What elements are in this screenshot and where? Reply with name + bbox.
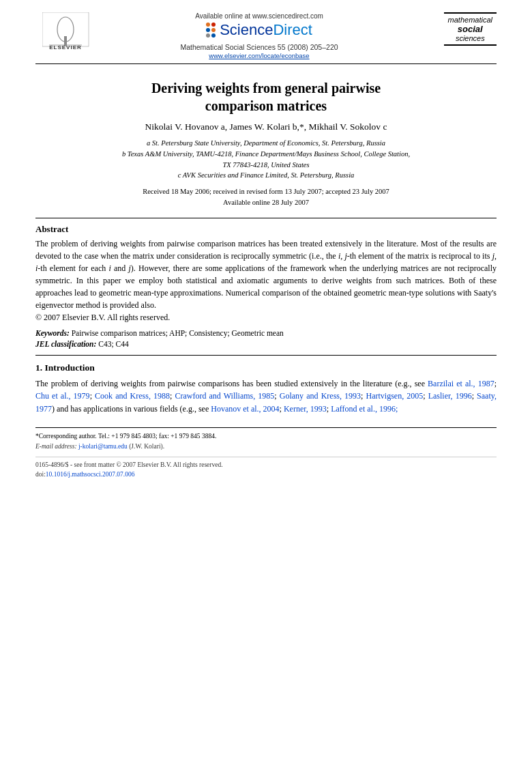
header-right: mathematical social sciences <box>422 12 497 46</box>
svg-text:ELSEVIER: ELSEVIER <box>49 44 82 50</box>
authors: Nikolai V. Hovanov a, James W. Kolari b,… <box>35 121 497 132</box>
ref-crawford[interactable]: Crawford and Williams, 1985 <box>175 391 274 401</box>
header: ELSEVIER Available online at www.science… <box>35 12 497 59</box>
affiliations: a St. Petersburg State University, Depar… <box>35 138 497 181</box>
dot2 <box>211 23 216 27</box>
journal-title: Mathematical Social Sciences 55 (2008) 2… <box>180 43 338 51</box>
affiliation-b: b Texas A&M University, TAMU-4218, Finan… <box>35 149 497 171</box>
mss-line1: mathematical <box>448 16 492 24</box>
header-center: Available online at www.sciencedirect.co… <box>97 12 422 59</box>
keywords-line: Keywords: Pairwise comparison matrices; … <box>35 329 497 337</box>
abstract-title: Abstract <box>35 224 497 235</box>
header-divider <box>35 63 497 64</box>
mss-line3: sciences <box>448 34 492 42</box>
intro-paragraph-1: The problem of deriving weights from pai… <box>35 377 497 416</box>
page: ELSEVIER Available online at www.science… <box>0 0 532 774</box>
footer-email-line: E-mail address: j-kolari@tamu.edu (J.W. … <box>35 442 497 451</box>
ref-laslier[interactable]: Laslier, 1996 <box>428 391 472 401</box>
abstract-text: The problem of deriving weights from pai… <box>35 239 497 310</box>
ref-cook[interactable]: Cook and Kress, 1988 <box>95 391 170 401</box>
mss-line2: social <box>448 24 492 34</box>
abstract-divider-top <box>35 218 497 218</box>
elsevier-logo-img: ELSEVIER <box>42 12 90 50</box>
keywords-label: Keywords: <box>35 329 70 337</box>
article-title: Deriving weights from general pairwiseco… <box>35 79 497 115</box>
dot4 <box>211 28 216 32</box>
abstract-section: Abstract The problem of deriving weights… <box>35 224 497 348</box>
jel-text: C43; C44 <box>98 340 128 348</box>
doi-link[interactable]: 10.1016/j.mathsocsci.2007.07.006 <box>46 471 135 478</box>
mss-box: mathematical social sciences <box>444 12 497 46</box>
corresponding-note: *Corresponding author. Tel.: +1 979 845 … <box>35 433 216 440</box>
authors-text: Nikolai V. Hovanov a, James W. Kolari b,… <box>145 121 387 132</box>
sd-dots <box>206 23 216 38</box>
email-name: (J.W. Kolari). <box>129 443 164 450</box>
footer-corresponding: *Corresponding author. Tel.: +1 979 845 … <box>35 431 497 441</box>
ref-hovanov[interactable]: Hovanov et al., 2004 <box>211 404 279 414</box>
jel-label: JEL classification: <box>35 340 96 348</box>
dot3 <box>206 28 210 32</box>
email-label: E-mail address: <box>35 443 77 450</box>
dot5 <box>206 33 210 38</box>
copyright-text: © 2007 Elsevier B.V. All rights reserved… <box>35 313 170 322</box>
jel-line: JEL classification: C43; C44 <box>35 340 497 348</box>
sciencedirect-name: ScienceDirect <box>220 21 312 39</box>
received-text: Received 18 May 2006; received in revise… <box>35 186 497 197</box>
intro-section: 1. Introduction The problem of deriving … <box>35 362 497 416</box>
ref-barzilai[interactable]: Barzilai et al., 1987 <box>428 379 494 388</box>
available-online: Available online 28 July 2007 <box>35 197 497 208</box>
doi-line: doi:10.1016/j.mathsocsci.2007.07.006 <box>35 470 497 479</box>
dot6 <box>211 33 216 38</box>
dot1 <box>206 23 210 27</box>
footer: *Corresponding author. Tel.: +1 979 845 … <box>35 427 497 479</box>
elsevier-logo: ELSEVIER <box>35 12 97 50</box>
keywords-text: Pairwise comparison matrices; AHP; Consi… <box>72 329 284 337</box>
footer-email-link[interactable]: j-kolari@tamu.edu <box>78 443 128 450</box>
section-1-heading: 1. Introduction <box>35 362 497 373</box>
ref-kerner[interactable]: Kerner, 1993 <box>284 404 327 414</box>
affiliation-a: a St. Petersburg State University, Depar… <box>35 138 497 149</box>
ref-hartvigsen[interactable]: Hartvigsen, 2005 <box>366 391 424 401</box>
doi-label: doi: <box>35 471 46 478</box>
received-dates: Received 18 May 2006; received in revise… <box>35 186 497 208</box>
issn-line: 0165-4896/$ - see front matter © 2007 El… <box>35 460 497 470</box>
sciencedirect-logo: ScienceDirect <box>206 21 312 39</box>
ref-golany[interactable]: Golany and Kress, 1993 <box>280 391 361 401</box>
affiliation-c: c AVK Securities and Finance Limited, St… <box>35 170 497 181</box>
available-text: Available online at www.sciencedirect.co… <box>195 12 323 20</box>
abstract-body: The problem of deriving weights from pai… <box>35 238 497 324</box>
journal-url[interactable]: www.elsevier.com/locate/econbase <box>209 52 309 59</box>
ref-chu[interactable]: Chu et al., 1979 <box>35 391 90 401</box>
ref-laffond[interactable]: Laffond et al., 1996; <box>331 404 398 414</box>
intro-divider <box>35 355 497 356</box>
